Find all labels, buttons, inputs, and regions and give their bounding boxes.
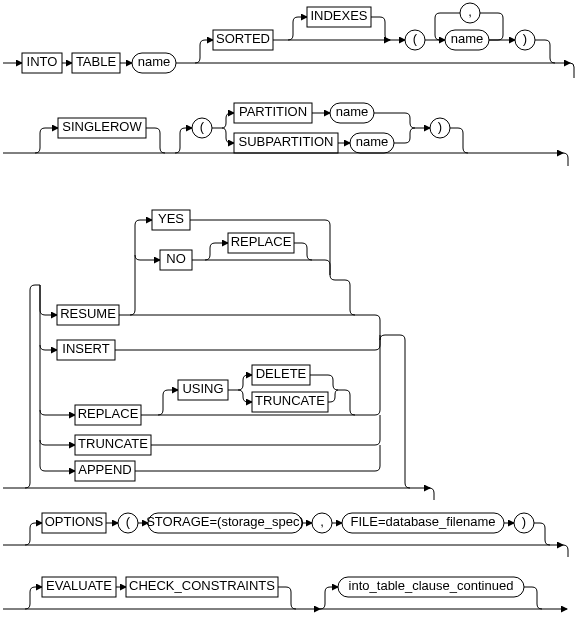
kw-delete: DELETE — [256, 366, 307, 381]
val-continued: into_table_clause_continued — [349, 578, 514, 593]
lparen-opts: ( — [126, 514, 131, 529]
rparen-indexes: ) — [523, 31, 527, 46]
kw-check: CHECK_CONSTRAINTS — [129, 578, 275, 593]
kw-replace-after-no: REPLACE — [231, 234, 292, 249]
kw-truncate2: TRUNCATE — [78, 436, 148, 451]
kw-truncate1: TRUNCATE — [255, 393, 325, 408]
section-singlerow: SINGLEROW ( PARTITION name SUBPARTITION … — [3, 103, 568, 166]
kw-resume: RESUME — [60, 306, 116, 321]
railroad-diagram: INTO TABLE name SORTED INDEXES ( name , … — [0, 0, 577, 623]
rparen-part: ) — [438, 119, 442, 134]
kw-append: APPEND — [78, 462, 131, 477]
val-name-p: name — [336, 104, 369, 119]
kw-sorted: SORTED — [216, 31, 270, 46]
kw-indexes: INDEXES — [310, 8, 367, 23]
section-options: OPTIONS ( STORAGE=(storage_spec) , FILE=… — [3, 513, 568, 557]
kw-singlerow: SINGLEROW — [62, 119, 142, 134]
kw-evaluate: EVALUATE — [46, 578, 112, 593]
val-name2: name — [451, 31, 484, 46]
section-evaluate: EVALUATE CHECK_CONSTRAINTS into_table_cl… — [3, 577, 567, 609]
kw-replace2: REPLACE — [78, 406, 139, 421]
kw-table: TABLE — [76, 54, 117, 69]
kw-options: OPTIONS — [45, 514, 104, 529]
section-resume-block: RESUME YES NO REPLACE INSERT REPLACE USI… — [3, 210, 434, 500]
kw-no: NO — [166, 251, 186, 266]
rparen-opts: ) — [522, 514, 526, 529]
section-into-table: INTO TABLE name SORTED INDEXES ( name , … — [3, 3, 574, 78]
kw-using: USING — [182, 381, 223, 396]
kw-yes: YES — [158, 211, 184, 226]
comma-opts: , — [320, 514, 324, 529]
kw-into: INTO — [27, 54, 58, 69]
val-name1: name — [138, 54, 171, 69]
val-name-sp: name — [356, 134, 389, 149]
kw-partition: PARTITION — [239, 104, 307, 119]
val-file: FILE=database_filename — [351, 514, 496, 529]
lparen-indexes: ( — [413, 31, 418, 46]
lparen-part: ( — [200, 119, 205, 134]
comma-loop: , — [468, 4, 472, 19]
kw-insert: INSERT — [62, 341, 109, 356]
val-storage: STORAGE=(storage_spec) — [146, 514, 304, 529]
kw-subpartition: SUBPARTITION — [239, 134, 334, 149]
